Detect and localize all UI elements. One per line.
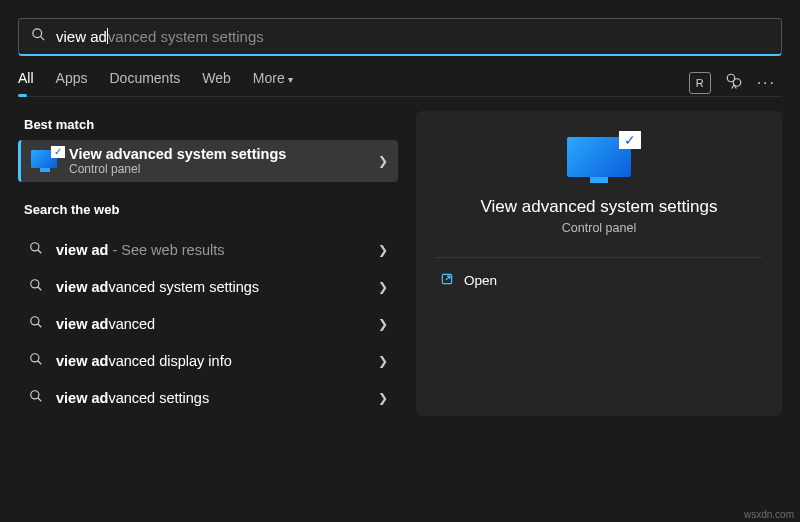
watermark: wsxdn.com — [744, 509, 794, 520]
svg-line-7 — [38, 287, 42, 291]
svg-line-9 — [38, 324, 42, 328]
tab-all[interactable]: All — [18, 70, 34, 96]
open-action[interactable]: Open — [436, 268, 762, 293]
search-web-header: Search the web — [18, 196, 398, 225]
chevron-right-icon: ❯ — [378, 317, 388, 331]
web-suggestion-text: view ad - See web results — [56, 242, 366, 258]
web-suggestion[interactable]: view advanced settings❯ — [18, 379, 398, 416]
chevron-right-icon: ❯ — [378, 154, 388, 168]
best-match-header: Best match — [18, 111, 398, 140]
chevron-right-icon: ❯ — [378, 354, 388, 368]
control-panel-icon: ✓ — [31, 150, 59, 172]
user-avatar[interactable]: R — [689, 72, 711, 94]
svg-line-13 — [38, 398, 42, 402]
web-suggestion-text: view advanced settings — [56, 390, 366, 406]
open-icon — [440, 272, 454, 289]
web-suggestion[interactable]: view ad - See web results❯ — [18, 231, 398, 268]
svg-line-1 — [40, 36, 44, 40]
best-match-result[interactable]: ✓ View advanced system settings Control … — [18, 140, 398, 182]
search-autocomplete: vanced system settings — [108, 28, 264, 45]
svg-point-8 — [31, 317, 39, 325]
preview-title: View advanced system settings — [481, 197, 718, 217]
web-suggestion[interactable]: view advanced❯ — [18, 305, 398, 342]
chevron-right-icon: ❯ — [378, 243, 388, 257]
search-icon — [28, 352, 44, 369]
tab-more[interactable]: More — [253, 70, 293, 96]
search-icon — [28, 315, 44, 332]
web-suggestion[interactable]: view advanced display info❯ — [18, 342, 398, 379]
svg-point-4 — [31, 243, 39, 251]
search-icon — [28, 241, 44, 258]
web-suggestion[interactable]: view advanced system settings❯ — [18, 268, 398, 305]
svg-point-10 — [31, 354, 39, 362]
best-match-subtitle: Control panel — [69, 162, 286, 176]
tab-web[interactable]: Web — [202, 70, 231, 96]
svg-line-11 — [38, 361, 42, 365]
web-suggestions-list: view ad - See web results❯view advanced … — [18, 231, 398, 416]
web-suggestion-text: view advanced display info — [56, 353, 366, 369]
tab-documents[interactable]: Documents — [109, 70, 180, 96]
best-match-title: View advanced system settings — [69, 146, 286, 162]
search-icon — [28, 278, 44, 295]
open-label: Open — [464, 273, 497, 288]
preview-pane: ✓ View advanced system settings Control … — [416, 111, 782, 416]
divider — [436, 257, 762, 258]
tab-apps[interactable]: Apps — [56, 70, 88, 96]
preview-subtitle: Control panel — [562, 221, 636, 235]
chevron-right-icon: ❯ — [378, 280, 388, 294]
filter-tabs-row: All Apps Documents Web More R ··· — [0, 56, 800, 96]
preview-icon: ✓ — [567, 137, 631, 183]
search-box[interactable]: view advanced system settings — [18, 18, 782, 56]
web-suggestion-text: view advanced — [56, 316, 366, 332]
search-typed: view ad — [56, 28, 107, 45]
search-icon — [31, 27, 46, 46]
svg-point-6 — [31, 280, 39, 288]
search-icon — [28, 389, 44, 406]
svg-point-0 — [33, 29, 42, 38]
search-input[interactable]: view advanced system settings — [56, 28, 769, 45]
svg-line-5 — [38, 250, 42, 254]
more-options-icon[interactable]: ··· — [757, 74, 776, 92]
rewards-icon[interactable] — [725, 72, 743, 94]
svg-point-12 — [31, 391, 39, 399]
chevron-right-icon: ❯ — [378, 391, 388, 405]
results-column: Best match ✓ View advanced system settin… — [18, 111, 398, 416]
web-suggestion-text: view advanced system settings — [56, 279, 366, 295]
